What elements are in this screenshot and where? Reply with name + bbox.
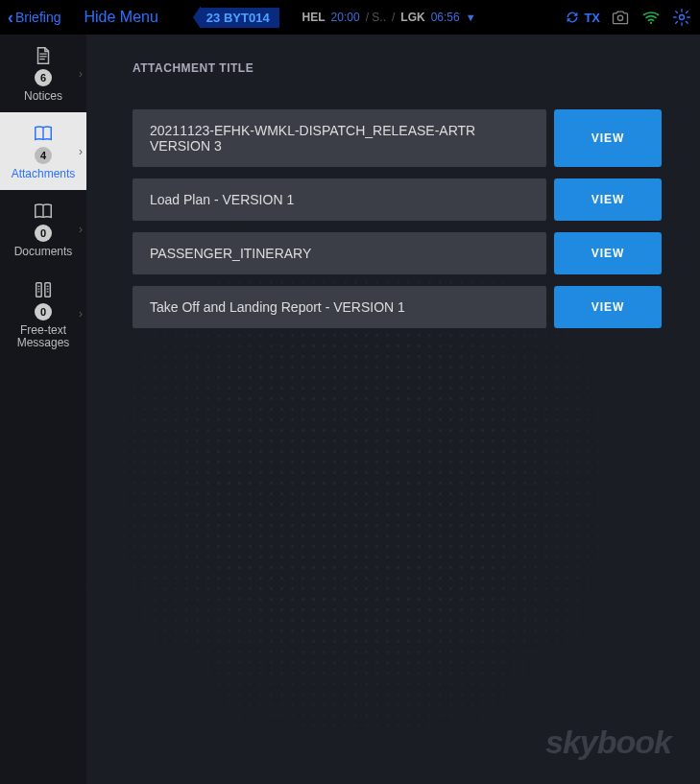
sidebar-item-attachments[interactable]: 4 Attachments ›	[0, 112, 86, 190]
svg-point-0	[617, 15, 622, 20]
settings-button[interactable]	[671, 7, 692, 28]
attachment-title: Load Plan - VERSION 1	[133, 178, 546, 221]
brand-watermark: skybook	[545, 724, 671, 761]
tx-label: TX	[584, 11, 600, 25]
sidebar-item-label: Free-text Messages	[0, 324, 86, 349]
back-button[interactable]: ‹ Briefing	[8, 9, 60, 26]
back-label: Briefing	[15, 10, 60, 25]
sync-icon	[565, 10, 580, 25]
attachment-title: PASSENGER_ITINERARY	[133, 232, 546, 274]
book-open-icon	[30, 200, 57, 223]
tx-button[interactable]: TX	[565, 10, 600, 25]
section-title: ATTACHMENT TITLE	[133, 61, 662, 75]
attachment-row: Load Plan - VERSION 1 VIEW	[133, 178, 662, 221]
svg-rect-4	[45, 282, 51, 297]
svg-point-1	[650, 22, 652, 24]
svg-point-2	[680, 15, 685, 20]
book-open-icon	[30, 122, 57, 145]
chevron-right-icon: ›	[79, 307, 83, 321]
attachment-row: 20211123-EFHK-WMKL-DISPATCH_RELEASE-ARTR…	[133, 109, 662, 167]
leg1-code: HEL	[302, 11, 326, 24]
view-button[interactable]: VIEW	[554, 109, 662, 167]
chevron-right-icon: ›	[79, 145, 83, 158]
leg2-time: 06:56	[431, 11, 460, 24]
sidebar-badge: 0	[35, 225, 52, 242]
sidebar: 6 Notices › 4 Attachments › 0 Documents …	[0, 35, 86, 784]
topbar: ‹ Briefing Hide Menu 23 BYT014 HEL 20:00…	[0, 0, 700, 35]
messages-icon	[30, 278, 57, 301]
leg1-time: 20:00	[331, 11, 360, 24]
leg-dropdown-icon[interactable]: ▼	[466, 12, 476, 23]
attachment-title: 20211123-EFHK-WMKL-DISPATCH_RELEASE-ARTR…	[133, 109, 546, 167]
sidebar-item-notices[interactable]: 6 Notices ›	[0, 35, 86, 112]
leg2-code: LGK	[400, 11, 424, 24]
view-button[interactable]: VIEW	[554, 232, 662, 274]
flight-id: 23 BYT014	[201, 8, 279, 28]
flight-selector[interactable]: 23 BYT014	[193, 6, 279, 29]
sidebar-badge: 0	[35, 303, 52, 321]
svg-rect-3	[36, 282, 42, 297]
sidebar-item-documents[interactable]: 0 Documents ›	[0, 190, 86, 268]
attachment-row: PASSENGER_ITINERARY VIEW	[133, 232, 662, 274]
chevron-right-icon: ›	[79, 67, 83, 81]
attachment-title: Take Off and Landing Report - VERSION 1	[133, 286, 546, 328]
attachment-row: Take Off and Landing Report - VERSION 1 …	[133, 286, 662, 328]
sidebar-badge: 4	[35, 147, 52, 164]
gear-icon	[672, 8, 691, 27]
view-button[interactable]: VIEW	[554, 286, 662, 328]
sidebar-item-label: Attachments	[10, 168, 78, 180]
flight-legs: HEL 20:00 / S.. / LGK 06:56 ▼	[302, 11, 476, 24]
camera-icon	[611, 8, 630, 27]
chevron-right-icon: ›	[79, 223, 83, 236]
wifi-icon	[641, 8, 661, 27]
hide-menu-button[interactable]: Hide Menu	[84, 9, 157, 26]
camera-button[interactable]	[610, 7, 631, 28]
sidebar-item-label: Notices	[22, 90, 64, 103]
sidebar-item-label: Documents	[12, 246, 75, 258]
document-icon	[30, 44, 57, 67]
sidebar-item-messages[interactable]: 0 Free-text Messages ›	[0, 269, 86, 359]
wifi-indicator[interactable]	[640, 7, 662, 28]
view-button[interactable]: VIEW	[554, 178, 662, 221]
chevron-left-icon: ‹	[8, 9, 13, 26]
leg-sep-1: / S..	[366, 11, 386, 24]
sidebar-badge: 6	[35, 69, 52, 86]
main-panel: ATTACHMENT TITLE 20211123-EFHK-WMKL-DISP…	[86, 35, 700, 784]
flight-pill-tip	[193, 6, 201, 29]
leg-sep-2: /	[392, 11, 395, 24]
